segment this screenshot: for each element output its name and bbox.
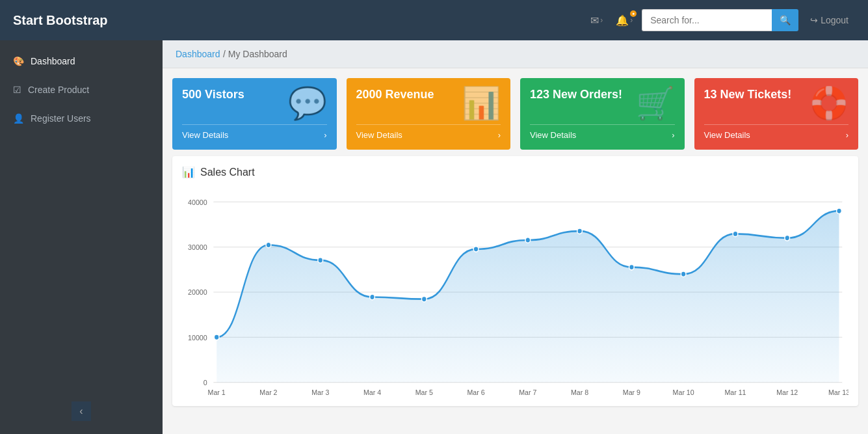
navbar-right: ✉ › 🔔 ● › 🔍 ↪ Logout [586,9,855,31]
svg-text:Mar 1: Mar 1 [208,388,226,396]
svg-point-15 [473,247,479,252]
svg-text:Mar 13: Mar 13 [828,388,848,396]
svg-point-10 [214,334,219,340]
stat-footer-label-orders: View Details [530,130,576,140]
logout-label: Logout [821,15,848,25]
svg-point-21 [785,236,790,241]
svg-text:30000: 30000 [188,243,207,251]
svg-point-19 [681,271,686,277]
notification-badge: ● [630,10,637,17]
svg-point-14 [421,296,427,302]
svg-text:20000: 20000 [188,288,207,297]
svg-text:0: 0 [204,378,207,387]
stat-card-top-revenue: 2000 Revenue 📊 [356,88,501,119]
svg-text:10000: 10000 [188,333,207,342]
chart-title-text: Sales Chart [200,167,255,178]
chart-title: 📊 Sales Chart [182,166,848,178]
stat-footer-chevron-orders: › [672,130,674,140]
stat-card-orders: 123 New Orders! 🛒 View Details › [520,78,685,150]
sidebar-item-create-product[interactable]: ☑ Create Product [0,75,163,104]
svg-text:Mar 4: Mar 4 [363,388,381,396]
stat-card-top-visitors: 500 Vistors 💬 [182,88,327,119]
dashboard-icon: 🎨 [13,56,24,66]
chart-section: 📊 Sales Chart 0 10000 [172,156,858,406]
svg-text:Mar 2: Mar 2 [259,388,277,396]
stat-card-top-tickets: 13 New Tickets! 🛟 [704,88,849,119]
sidebar-label-create-product: Create Product [28,85,89,95]
sidebar-item-dashboard[interactable]: 🎨 Dashboard [0,47,163,75]
stats-row: 500 Vistors 💬 View Details › 2000 Revenu… [163,68,868,156]
svg-point-17 [577,228,583,234]
stat-footer-label-revenue: View Details [356,130,402,140]
svg-text:Mar 6: Mar 6 [467,388,484,396]
svg-point-18 [629,264,635,270]
svg-text:Mar 10: Mar 10 [673,388,694,396]
navbar: Start Bootstrap ✉ › 🔔 ● › 🔍 ↪ Logout [0,0,868,40]
stat-footer-tickets[interactable]: View Details › [704,124,849,140]
sidebar-label-dashboard: Dashboard [31,56,75,66]
sidebar-label-register-users: Register Users [31,113,91,124]
breadcrumb-link[interactable]: Dashboard [176,49,220,59]
notification-button[interactable]: 🔔 ● › [612,12,637,29]
create-product-icon: ☑ [13,85,21,95]
sales-chart: 0 10000 20000 30000 40000 [182,188,848,396]
svg-text:40000: 40000 [188,198,207,206]
svg-point-16 [525,237,531,243]
stat-footer-chevron-revenue: › [498,130,501,140]
svg-text:Mar 11: Mar 11 [724,388,746,396]
stat-card-tickets: 13 New Tickets! 🛟 View Details › [694,78,859,150]
layout: 🎨 Dashboard ☑ Create Product 👤 Register … [0,40,868,434]
bell-icon: 🔔 [616,14,629,27]
svg-text:Mar 8: Mar 8 [571,388,588,396]
logout-button[interactable]: ↪ Logout [804,12,855,28]
svg-point-12 [318,258,323,264]
mail-chevron: › [600,16,603,25]
bell-chevron: › [630,16,633,25]
stat-icon-revenue: 📊 [462,88,501,119]
svg-text:Mar 3: Mar 3 [311,388,329,396]
stat-card-top-orders: 123 New Orders! 🛒 [530,88,675,119]
svg-point-20 [733,231,738,237]
stat-title-revenue: 2000 Revenue [356,88,434,102]
sidebar: 🎨 Dashboard ☑ Create Product 👤 Register … [0,40,163,434]
stat-footer-visitors[interactable]: View Details › [182,124,327,140]
sidebar-item-register-users[interactable]: 👤 Register Users [0,104,163,133]
svg-point-22 [837,208,842,214]
stat-icon-visitors: 💬 [288,88,327,119]
chart-title-icon: 📊 [182,166,195,178]
search-input[interactable] [642,9,772,31]
search-button[interactable]: 🔍 [772,9,798,31]
stat-title-tickets: 13 New Tickets! [704,88,792,102]
svg-point-11 [266,242,271,248]
stat-title-orders: 123 New Orders! [530,88,622,102]
search-form: 🔍 [642,9,798,31]
logout-icon: ↪ [810,15,818,25]
svg-text:Mar 9: Mar 9 [623,388,640,396]
stat-footer-label-visitors: View Details [182,130,228,140]
breadcrumb-separator: / [223,49,228,59]
stat-title-visitors: 500 Vistors [182,88,244,102]
sidebar-collapse-button[interactable]: ‹ [72,401,90,421]
brand-title: Start Bootstrap [13,13,586,28]
stat-footer-chevron-visitors: › [324,130,326,140]
stat-icon-tickets: 🛟 [809,88,848,119]
breadcrumb: Dashboard / My Dashboard [163,40,868,68]
svg-text:Mar 7: Mar 7 [519,388,536,396]
stat-card-revenue: 2000 Revenue 📊 View Details › [347,78,511,150]
breadcrumb-current: My Dashboard [228,49,287,59]
svg-text:Mar 5: Mar 5 [415,388,433,396]
stat-footer-label-tickets: View Details [704,130,750,140]
main-content: Dashboard / My Dashboard 500 Vistors 💬 V… [163,40,868,434]
svg-text:Mar 12: Mar 12 [776,388,798,396]
sidebar-toggle: ‹ [0,401,163,421]
register-users-icon: 👤 [13,113,24,124]
mail-icon: ✉ [590,14,599,27]
stat-card-visitors: 500 Vistors 💬 View Details › [172,78,337,150]
stat-icon-orders: 🛒 [636,88,675,119]
svg-point-13 [370,294,375,300]
stat-footer-orders[interactable]: View Details › [530,124,675,140]
mail-button[interactable]: ✉ › [586,12,607,29]
stat-footer-chevron-tickets: › [846,130,848,140]
stat-footer-revenue[interactable]: View Details › [356,124,501,140]
chart-container: 0 10000 20000 30000 40000 [182,188,848,396]
